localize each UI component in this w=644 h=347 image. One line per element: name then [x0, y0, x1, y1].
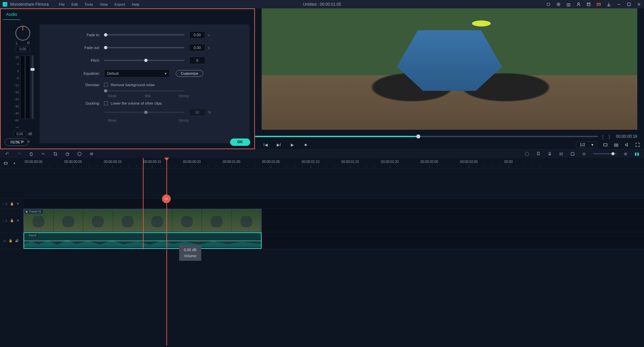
menu-tools[interactable]: Tools	[85, 2, 93, 6]
ducking-slider[interactable]	[104, 112, 184, 113]
speed-icon[interactable]	[65, 152, 70, 156]
meter-value: 0.00	[13, 131, 26, 137]
preview-panel: { } 00:00:00:18 Ⅰ◀ ▶Ⅰ ▶ ■ 1/2▾	[255, 8, 644, 149]
fade-in-value[interactable]: 0.00	[189, 31, 205, 39]
render-icon[interactable]	[525, 152, 529, 156]
undo-icon[interactable]: ↶	[5, 152, 9, 156]
audio-track[interactable]: ♪1🔓🔊 ♪ Stand	[0, 232, 644, 249]
fade-out-slider[interactable]	[104, 47, 184, 48]
svg-rect-15	[549, 152, 550, 154]
fade-out-value[interactable]: 0.00	[189, 44, 205, 51]
track-size-icon[interactable]	[570, 152, 575, 156]
pitch-slider[interactable]	[104, 60, 184, 61]
playhead-marker-icon[interactable]	[164, 158, 169, 161]
denoise-checkbox[interactable]	[104, 83, 108, 87]
minimize-icon[interactable]	[616, 2, 621, 7]
prev-frame-icon[interactable]: Ⅰ◀	[263, 142, 268, 147]
pitch-value[interactable]: 0	[189, 57, 205, 64]
chevron-down-icon: ▾	[165, 71, 167, 76]
download-icon[interactable]	[606, 2, 611, 7]
svg-rect-10	[614, 144, 618, 146]
color-icon[interactable]	[77, 152, 82, 156]
brand-name: Wondershare Filmora	[10, 2, 49, 7]
voiceover-icon[interactable]	[547, 152, 552, 156]
svg-rect-6	[588, 3, 589, 4]
settings-icon[interactable]	[546, 2, 551, 7]
eye-icon[interactable]: 👁	[16, 202, 19, 206]
denoise-slider[interactable]	[104, 90, 184, 92]
lock-icon[interactable]: 🔓	[9, 239, 12, 242]
video-track[interactable]: ⬚1🔓👁 ▶ Travel 01	[0, 209, 644, 232]
lock-icon[interactable]: 🔓	[10, 202, 14, 206]
adjust-icon[interactable]	[89, 152, 94, 156]
zoom-in-icon[interactable]: ⊕	[623, 152, 628, 156]
lock-icon[interactable]: 🔓	[10, 219, 14, 222]
preview-scale-select[interactable]: 1/2▾	[576, 141, 597, 148]
timeline-toolbar: ↶ ↷ ✂ ⊖ ⊕ ▮▮	[0, 149, 644, 158]
timeline: 00:00:00:0000:00:00:0500:00:00:1000:00:0…	[0, 158, 644, 249]
equalizer-select[interactable]: Default▾	[104, 69, 170, 77]
audio-panel: Audio LR 0.00 1260-6-12-18-24-30-40-60-∞…	[0, 8, 255, 149]
split-handle-icon[interactable]: ✂	[162, 194, 171, 203]
snapshot-icon[interactable]	[614, 142, 619, 147]
fade-in-slider[interactable]	[104, 34, 184, 36]
fade-in-label: Fade in:	[47, 33, 104, 37]
maximize-icon[interactable]	[627, 2, 631, 7]
support-icon[interactable]	[556, 2, 561, 7]
svg-rect-17	[4, 162, 7, 164]
play-icon[interactable]: ▶	[290, 142, 294, 147]
svg-point-11	[615, 144, 617, 146]
menu-help[interactable]: Help	[132, 2, 140, 6]
volume-fader[interactable]	[32, 55, 34, 119]
link-icon[interactable]	[12, 161, 17, 166]
volume-icon[interactable]	[625, 142, 629, 147]
menu-file[interactable]: File	[59, 2, 65, 6]
pan-knob[interactable]	[15, 26, 30, 41]
customize-button[interactable]: Customize	[176, 70, 203, 77]
ducking-checkbox[interactable]	[104, 101, 108, 105]
playback-progress[interactable]	[255, 136, 598, 137]
timeline-ruler[interactable]: 00:00:00:0000:00:00:0500:00:00:1000:00:0…	[0, 158, 644, 169]
pan-l-label: L	[16, 41, 18, 45]
menu-edit[interactable]: Edit	[71, 2, 78, 6]
message-icon[interactable]	[596, 2, 601, 7]
redo-icon[interactable]: ↷	[17, 152, 21, 156]
mixer-icon[interactable]	[559, 152, 564, 156]
stop-icon[interactable]: ■	[303, 142, 308, 147]
eye-icon[interactable]: 👁	[16, 219, 19, 222]
zoom-slider[interactable]	[593, 153, 616, 154]
account-icon[interactable]	[576, 2, 581, 7]
overlay-track[interactable]: ⬚2🔓👁	[0, 199, 644, 209]
reset-button[interactable]: RESET	[5, 138, 29, 146]
fullscreen-icon[interactable]	[635, 142, 640, 147]
audio-clip[interactable]: ♪ Stand	[23, 232, 262, 249]
zoom-out-icon[interactable]: ⊖	[582, 152, 586, 156]
delete-icon[interactable]	[29, 152, 34, 156]
step-back-icon[interactable]: ▶Ⅰ	[276, 142, 281, 147]
speaker-icon[interactable]: 🔊	[15, 239, 19, 242]
save-icon[interactable]	[586, 2, 591, 7]
crop-icon[interactable]	[53, 152, 58, 156]
audio-tab[interactable]: Audio	[3, 9, 20, 20]
gift-icon[interactable]	[566, 2, 571, 7]
fade-out-label: Fade out:	[47, 46, 104, 50]
mark-in-out[interactable]: { }	[602, 134, 612, 139]
ok-button[interactable]: OK	[230, 138, 251, 146]
pan-r-label: R	[27, 41, 30, 45]
auto-ripple-icon[interactable]	[3, 161, 8, 166]
close-icon[interactable]	[637, 2, 641, 7]
menu-view[interactable]: View	[100, 2, 108, 6]
project-title: Untitled : 00:00:01:05	[303, 2, 341, 7]
ducking-chk-label: Lower the volume of other clips	[111, 101, 162, 105]
video-clip[interactable]: ▶ Travel 01	[23, 209, 262, 232]
svg-rect-16	[571, 152, 574, 155]
equalizer-label: Equalizer:	[47, 71, 104, 75]
zoom-fit-icon[interactable]: ▮▮	[635, 152, 639, 156]
marker-icon[interactable]	[536, 152, 541, 156]
menu-export[interactable]: Export	[114, 2, 125, 6]
quality-icon[interactable]	[603, 142, 608, 147]
playhead-line[interactable]	[166, 158, 167, 346]
ducking-value[interactable]: 50	[189, 109, 205, 116]
playhead[interactable]	[143, 158, 144, 249]
split-icon[interactable]: ✂	[41, 152, 46, 156]
